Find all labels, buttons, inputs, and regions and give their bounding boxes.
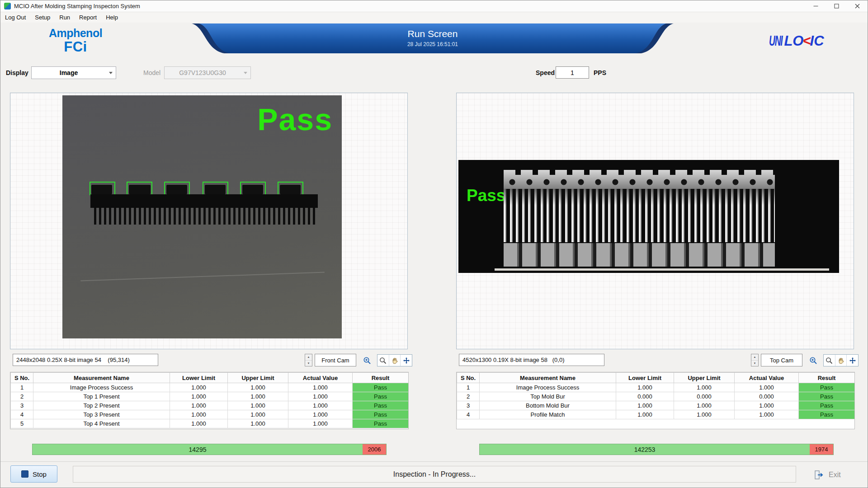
table-cell: 0.000: [616, 392, 674, 401]
maximize-icon: [834, 4, 839, 9]
speed-label: Speed: [536, 69, 555, 76]
table-row: 5Top 4 Present1.0001.0001.000Pass: [11, 419, 409, 428]
stop-button[interactable]: Stop: [10, 465, 57, 483]
model-label: Model: [143, 69, 160, 76]
pan-hand-button[interactable]: [835, 355, 847, 366]
hand-icon: [391, 357, 398, 364]
table-cell: 4: [457, 410, 480, 419]
top-cam-image: Pass: [458, 160, 839, 273]
table-cell: 1.000: [170, 401, 228, 410]
image-info-field: 4520x1300 0.19X 8-bit image 58 (0,0): [459, 354, 604, 366]
menu-run[interactable]: Run: [55, 12, 75, 23]
inspection-status-bar: Inspection - In Progress...: [73, 466, 796, 483]
table-header-row: S No.Measurement NameLower LimitUpper Li…: [11, 373, 409, 383]
zoom-in-button[interactable]: [361, 354, 373, 366]
minimize-button[interactable]: [805, 0, 826, 12]
titlebar: MCIO After Molding Stamping Inspecton Sy…: [0, 0, 868, 12]
table-cell: Image Process Success: [480, 383, 616, 392]
fail-count: 2006: [363, 444, 386, 455]
magnifier-button[interactable]: [377, 355, 389, 366]
view-tools-group: [823, 354, 859, 366]
front-cam-counter-bar: 14295 2006: [32, 444, 387, 455]
chevron-down-icon: [241, 67, 250, 79]
menu-setup[interactable]: Setup: [30, 12, 55, 23]
column-header: Actual Value: [288, 373, 353, 383]
column-header: S No.: [457, 373, 480, 383]
speed-unit-label: PPS: [594, 69, 606, 76]
table-cell: 1: [457, 383, 480, 392]
page-title: Run Screen: [192, 28, 674, 39]
minimize-icon: [813, 4, 818, 9]
banner-text: Run Screen 28 Jul 2025 16:51:01: [192, 23, 674, 53]
table-cell: 1: [11, 383, 33, 392]
table-cell: 1.000: [735, 401, 799, 410]
cam-spinner[interactable]: ▲▼: [305, 354, 312, 366]
table-cell: 1.000: [288, 410, 353, 419]
pan-hand-button[interactable]: [389, 355, 401, 366]
amphenol-logo-line2: FCi: [44, 40, 107, 54]
front-cam-panel: Pass 2448x2048 0.25X 8-bit image 54 (9: [10, 93, 409, 429]
table-cell: 5: [11, 419, 33, 428]
table-cell: 4: [11, 410, 33, 419]
table-cell: 1.000: [674, 401, 735, 410]
table-cell: 1.000: [674, 410, 735, 419]
top-cam-results-table: S No.Measurement NameLower LimitUpper Li…: [456, 372, 855, 429]
app-window: MCIO After Molding Stamping Inspecton Sy…: [0, 0, 868, 488]
exit-button[interactable]: Exit: [813, 467, 864, 483]
table-cell: 3: [11, 401, 33, 410]
table-cell: 1.000: [228, 419, 288, 428]
zoom-in-button[interactable]: [807, 354, 819, 366]
table-cell: 3: [457, 401, 480, 410]
table-cell: Top Mold Bur: [480, 392, 616, 401]
table-cell: 1.000: [616, 401, 674, 410]
table-cell: 1.000: [228, 401, 288, 410]
pass-count: 142253: [480, 444, 810, 455]
model-dropdown[interactable]: G97V123U0G30: [164, 66, 251, 79]
carrier-strip: [504, 170, 775, 189]
magnifier-button[interactable]: [824, 355, 835, 366]
top-cam-viewport[interactable]: Pass: [456, 93, 854, 349]
maximize-button[interactable]: [826, 0, 847, 12]
column-header: Measurement Name: [33, 373, 170, 383]
front-cam-viewport[interactable]: Pass: [10, 93, 408, 349]
chevron-down-icon: [106, 67, 116, 79]
table-cell: 1.000: [288, 392, 353, 401]
run-screen-banner: Run Screen 28 Jul 2025 16:51:01: [192, 23, 674, 53]
table-row: 1Image Process Success1.0001.0001.000Pas…: [457, 383, 855, 392]
table-row: 2Top Mold Bur0.0000.0000.000Pass: [457, 392, 855, 401]
column-header: S No.: [11, 373, 33, 383]
column-header: Lower Limit: [170, 373, 228, 383]
display-value: Image: [32, 69, 106, 76]
menu-report[interactable]: Report: [75, 12, 101, 23]
move-button[interactable]: [401, 355, 412, 366]
magnifier-icon: [826, 357, 833, 364]
table-row: 2Top 1 Present1.0001.0001.000Pass: [11, 392, 409, 401]
menu-log-out[interactable]: Log Out: [0, 12, 30, 23]
table-cell: 1.000: [674, 383, 735, 392]
move-icon: [849, 357, 856, 364]
cam-spinner[interactable]: ▲▼: [751, 354, 759, 366]
column-header: Result: [799, 373, 855, 383]
close-button[interactable]: [847, 0, 868, 12]
speed-input[interactable]: [556, 66, 589, 79]
table-cell: 1.000: [616, 383, 674, 392]
exit-icon: [813, 469, 824, 480]
cam-select[interactable]: Front Cam: [315, 354, 356, 366]
result-cell: Pass: [799, 410, 855, 419]
menu-help[interactable]: Help: [101, 12, 123, 23]
amphenol-logo: Amphenol FCi: [44, 28, 107, 54]
stop-button-label: Stop: [33, 470, 47, 478]
table-cell: 2: [11, 392, 33, 401]
table-row: 3Top 2 Present1.0001.0001.000Pass: [11, 401, 409, 410]
table-cell: 1.000: [735, 410, 799, 419]
amphenol-logo-line1: Amphenol: [44, 28, 107, 39]
display-dropdown[interactable]: Image: [31, 66, 116, 79]
column-header: Result: [353, 373, 409, 383]
app-icon: [4, 3, 11, 9]
result-cell: Pass: [353, 392, 409, 401]
front-cam-results-table: S No.Measurement NameLower LimitUpper Li…: [10, 372, 409, 429]
move-button[interactable]: [847, 355, 858, 366]
table-cell: Profile Match: [480, 410, 616, 419]
cam-select[interactable]: Top Cam: [761, 354, 802, 366]
result-cell: Pass: [353, 410, 409, 419]
